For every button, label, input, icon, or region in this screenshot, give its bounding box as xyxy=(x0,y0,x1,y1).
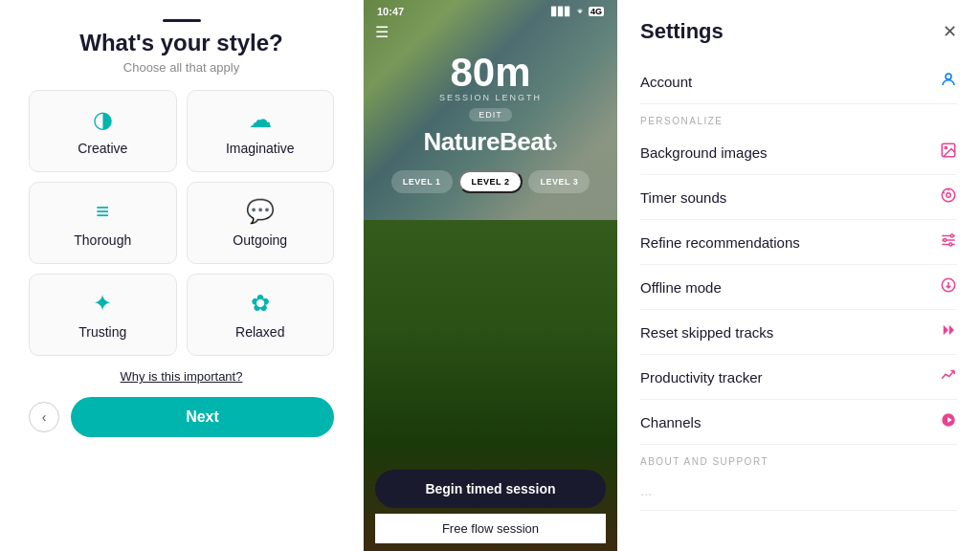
svg-point-10 xyxy=(950,234,953,237)
svg-point-4 xyxy=(947,193,951,198)
account-label: Account xyxy=(640,74,692,90)
settings-title: Settings xyxy=(640,19,724,44)
thorough-icon: ≡ xyxy=(96,198,109,225)
trusting-icon: ✦ xyxy=(93,290,112,317)
panel-title: What's your style? xyxy=(79,30,282,56)
settings-item-account[interactable]: Account xyxy=(640,59,957,104)
title-underline xyxy=(163,19,201,22)
status-bar: 10:47 ▊▊▊ 4G xyxy=(364,0,617,21)
back-button[interactable]: ‹ xyxy=(29,402,59,432)
relaxed-label: Relaxed xyxy=(235,324,284,340)
settings-header: Settings ✕ xyxy=(640,19,957,44)
settings-item-productivity-tracker[interactable]: Productivity tracker xyxy=(640,355,957,400)
style-card-trusting[interactable]: ✦ Trusting xyxy=(29,274,177,356)
timer-sounds-label: Timer sounds xyxy=(640,189,726,206)
track-name-display: NatureBeat› xyxy=(424,127,558,157)
creative-label: Creative xyxy=(78,141,127,156)
settings-item-background-images[interactable]: Background images xyxy=(640,130,957,175)
productivity-tracker-icon xyxy=(940,366,957,387)
reset-skipped-tracks-icon xyxy=(940,321,957,342)
svg-point-12 xyxy=(949,243,952,246)
status-icons: ▊▊▊ 4G xyxy=(551,6,604,17)
reset-skipped-tracks-label: Reset skipped tracks xyxy=(640,324,773,341)
style-card-thorough[interactable]: ≡ Thorough xyxy=(29,182,177,264)
track-name-text: NatureBeat xyxy=(424,127,552,156)
edit-session-button[interactable]: EDIT xyxy=(469,108,512,121)
begin-session-button[interactable]: Begin timed session xyxy=(375,470,606,508)
session-value: 80m xyxy=(439,53,542,93)
background-images-label: Background images xyxy=(640,144,768,161)
refine-recommendations-label: Refine recommendations xyxy=(640,234,800,251)
imaginative-label: Imaginative xyxy=(226,141,295,156)
account-icon xyxy=(940,71,957,92)
menu-button[interactable]: ☰ xyxy=(364,21,617,43)
settings-panel: Settings ✕ Account PERSONALIZE Backgroun… xyxy=(617,0,980,551)
settings-item-offline-mode[interactable]: Offline mode xyxy=(640,265,957,310)
about-placeholder-label: ... xyxy=(640,482,653,498)
about-section-label: ABOUT AND SUPPORT xyxy=(640,445,957,471)
style-card-creative[interactable]: ◑ Creative xyxy=(29,90,177,172)
outgoing-label: Outgoing xyxy=(233,232,287,248)
settings-item-about-more[interactable]: ... xyxy=(640,471,957,511)
creative-icon: ◑ xyxy=(93,106,113,133)
productivity-tracker-label: Productivity tracker xyxy=(640,369,763,386)
outgoing-icon: 💬 xyxy=(246,198,275,225)
personalize-section-label: PERSONALIZE xyxy=(640,104,957,130)
panel-subtitle: Choose all that apply xyxy=(123,60,239,75)
settings-item-refine-recommendations[interactable]: Refine recommendations xyxy=(640,220,957,265)
level-3-tab[interactable]: LEVEL 3 xyxy=(528,170,590,193)
session-label: SESSION LENGTH xyxy=(439,93,542,102)
svg-point-2 xyxy=(945,146,947,148)
style-card-relaxed[interactable]: ✿ Relaxed xyxy=(187,274,335,356)
settings-item-channels[interactable]: Channels xyxy=(640,400,957,445)
style-card-imaginative[interactable]: ☁ Imaginative xyxy=(187,90,335,172)
background-images-icon xyxy=(940,142,957,163)
settings-item-timer-sounds[interactable]: Timer sounds xyxy=(640,175,957,220)
style-grid: ◑ Creative ☁ Imaginative ≡ Thorough 💬 Ou… xyxy=(29,90,334,356)
network-icon: 4G xyxy=(589,7,604,16)
timer-sounds-icon xyxy=(940,187,957,208)
wifi-icon xyxy=(574,6,586,17)
level-2-tab[interactable]: LEVEL 2 xyxy=(458,170,523,193)
svg-point-11 xyxy=(944,239,947,242)
channels-icon xyxy=(940,411,957,432)
refine-recommendations-icon xyxy=(940,231,957,253)
thorough-label: Thorough xyxy=(74,232,131,248)
offline-mode-label: Offline mode xyxy=(640,279,722,296)
level-tabs: LEVEL 1 LEVEL 2 LEVEL 3 xyxy=(391,170,590,193)
relaxed-icon: ✿ xyxy=(251,290,270,317)
why-link[interactable]: Why is this important? xyxy=(121,369,243,384)
track-chevron: › xyxy=(551,133,557,154)
settings-item-reset-skipped-tracks[interactable]: Reset skipped tracks xyxy=(640,310,957,355)
session-length-display: 80m SESSION LENGTH xyxy=(439,53,542,102)
style-card-outgoing[interactable]: 💬 Outgoing xyxy=(187,182,335,264)
signal-icon: ▊▊▊ xyxy=(551,7,571,16)
level-1-tab[interactable]: LEVEL 1 xyxy=(391,170,453,193)
svg-point-0 xyxy=(946,74,951,79)
imaginative-icon: ☁ xyxy=(249,106,272,133)
free-flow-button[interactable]: Free flow session xyxy=(375,514,606,543)
nav-row: ‹ Next xyxy=(29,397,334,437)
phone-bottom-actions: Begin timed session Free flow session xyxy=(364,470,617,551)
channels-label: Channels xyxy=(640,414,701,430)
offline-mode-icon xyxy=(940,276,957,298)
phone-main-content: 80m SESSION LENGTH EDIT NatureBeat› LEVE… xyxy=(364,43,617,470)
close-settings-button[interactable]: ✕ xyxy=(943,21,957,42)
trusting-label: Trusting xyxy=(78,324,126,340)
next-button[interactable]: Next xyxy=(71,397,334,437)
status-time: 10:47 xyxy=(377,6,404,17)
phone-mockup: 10:47 ▊▊▊ 4G ☰ 80m SESSION LENGTH EDIT N… xyxy=(364,0,617,551)
style-selection-panel: What's your style? Choose all that apply… xyxy=(0,0,364,551)
